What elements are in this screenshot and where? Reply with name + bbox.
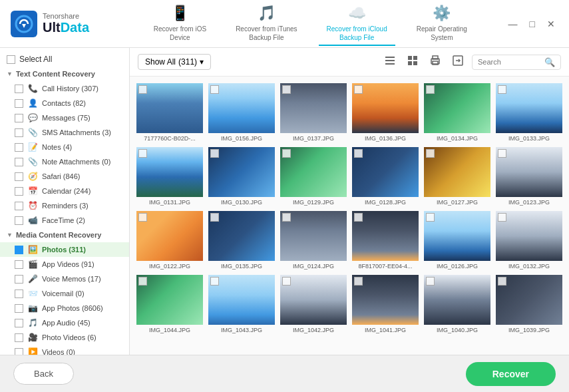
- sidebar-item-app-photos[interactable]: 📷 App Photos (8606): [0, 301, 129, 315]
- sidebar-item-reminders[interactable]: ⏰ Reminders (3): [0, 198, 129, 213]
- recover-button[interactable]: Recover: [466, 362, 556, 386]
- photo-checkbox[interactable]: [138, 213, 147, 222]
- sidebar-item-safari[interactable]: 🧭 Safari (846): [0, 169, 129, 184]
- list-item[interactable]: IMG_0126.JPG: [424, 211, 490, 270]
- facetime-checkbox[interactable]: [15, 216, 23, 225]
- tab-icloud[interactable]: ☁️ Recover from iCloudBackup File: [319, 2, 395, 46]
- photo-checkbox[interactable]: [282, 277, 291, 286]
- grid-view-button[interactable]: [404, 53, 421, 71]
- sidebar-item-note-attachments[interactable]: 📎 Note Attachments (0): [0, 154, 129, 169]
- photo-checkbox[interactable]: [498, 85, 506, 94]
- tab-repair[interactable]: ⚙️ Repair OperatingSystem: [409, 2, 475, 46]
- list-item[interactable]: IMG_0133.JPG: [496, 83, 562, 142]
- sidebar-item-notes[interactable]: 📝 Notes (4): [0, 140, 129, 154]
- sidebar-item-app-audio[interactable]: 🎵 App Audio (45): [0, 315, 129, 330]
- list-item[interactable]: IMG_0134.JPG: [424, 83, 490, 142]
- videos-checkbox[interactable]: [15, 348, 23, 355]
- photo-checkbox[interactable]: [210, 213, 219, 222]
- note-attachments-checkbox[interactable]: [15, 158, 23, 166]
- reminders-checkbox[interactable]: [15, 202, 23, 210]
- close-button[interactable]: ✕: [544, 17, 558, 31]
- sidebar-item-voice-memos[interactable]: 🎤 Voice Memos (17): [0, 272, 129, 286]
- list-item[interactable]: IMG_1043.JPG: [208, 275, 275, 333]
- photo-checkbox[interactable]: [498, 149, 506, 158]
- list-view-button[interactable]: [381, 53, 399, 71]
- list-item[interactable]: IMG_1041.JPG: [352, 275, 419, 333]
- photo-checkbox[interactable]: [210, 277, 219, 286]
- photos-checkbox[interactable]: [15, 246, 23, 254]
- list-item[interactable]: IMG_0128.JPG: [352, 147, 419, 206]
- list-item[interactable]: IMG_0129.JPG: [280, 147, 347, 206]
- sidebar-item-videos[interactable]: ▶️ Videos (0): [0, 345, 129, 355]
- list-item[interactable]: IMG_0135.JPG: [208, 211, 275, 270]
- sidebar-item-calendar[interactable]: 📅 Calendar (244): [0, 184, 129, 198]
- call-history-checkbox[interactable]: [15, 85, 23, 93]
- photo-checkbox[interactable]: [354, 277, 363, 286]
- section-text-recovery[interactable]: ▼ Text Content Recovery: [0, 67, 129, 81]
- sidebar-item-contacts[interactable]: 👤 Contacts (82): [0, 96, 129, 110]
- photo-checkbox[interactable]: [138, 277, 147, 286]
- sidebar-item-messages[interactable]: 💬 Messages (75): [0, 110, 129, 125]
- photo-checkbox[interactable]: [426, 213, 435, 222]
- photo-checkbox[interactable]: [282, 213, 291, 222]
- photo-checkbox[interactable]: [138, 149, 147, 158]
- list-item[interactable]: IMG_0130.JPG: [208, 147, 275, 206]
- back-button[interactable]: Back: [13, 363, 74, 385]
- sms-attachments-checkbox[interactable]: [15, 128, 23, 137]
- section-media-recovery[interactable]: ▼ Media Content Recovery: [0, 228, 129, 242]
- list-item[interactable]: IMG_1042.JPG: [280, 275, 347, 333]
- export-button[interactable]: [449, 53, 467, 71]
- photo-checkbox[interactable]: [354, 85, 363, 94]
- photo-checkbox[interactable]: [354, 149, 363, 158]
- search-input[interactable]: [478, 58, 544, 66]
- minimize-button[interactable]: —: [505, 17, 521, 31]
- select-all-item[interactable]: Select All: [0, 52, 129, 67]
- sidebar-item-photos[interactable]: 🖼️ Photos (311): [0, 242, 129, 257]
- safari-checkbox[interactable]: [15, 172, 23, 181]
- contacts-checkbox[interactable]: [15, 99, 23, 108]
- list-item[interactable]: IMG_1040.JPG: [424, 275, 490, 333]
- search-box[interactable]: 🔍: [472, 55, 561, 70]
- list-item[interactable]: IMG_0123.JPG: [496, 147, 562, 206]
- list-item[interactable]: IMG_0131.JPG: [136, 147, 203, 206]
- show-all-button[interactable]: Show All (311) ▾: [138, 54, 211, 70]
- list-item[interactable]: IMG_0136.JPG: [352, 83, 419, 142]
- app-photos-checkbox[interactable]: [15, 304, 23, 313]
- tab-ios[interactable]: 📱 Recover from iOSDevice: [146, 2, 214, 46]
- calendar-checkbox[interactable]: [15, 187, 23, 196]
- photo-checkbox[interactable]: [282, 85, 291, 94]
- sidebar-item-sms-attachments[interactable]: 📎 SMS Attachments (3): [0, 125, 129, 140]
- list-item[interactable]: 8F817007-EE04-4...: [352, 211, 419, 270]
- sidebar-item-call-history[interactable]: 📞 Call History (307): [0, 81, 129, 96]
- sidebar-item-app-videos[interactable]: 🎬 App Videos (91): [0, 257, 129, 272]
- photo-checkbox[interactable]: [138, 85, 147, 94]
- app-audio-checkbox[interactable]: [15, 319, 23, 327]
- list-item[interactable]: IMG_0122.JPG: [136, 211, 203, 270]
- list-item[interactable]: IMG_1044.JPG: [136, 275, 203, 333]
- photo-checkbox[interactable]: [498, 277, 506, 286]
- photo-checkbox[interactable]: [426, 277, 435, 286]
- list-item[interactable]: IMG_0156.JPG: [208, 83, 275, 142]
- sidebar-item-voicemail[interactable]: 📨 Voicemail (0): [0, 286, 129, 301]
- list-item[interactable]: IMG_0137.JPG: [280, 83, 347, 142]
- photo-checkbox[interactable]: [498, 213, 506, 222]
- select-all-checkbox[interactable]: [7, 55, 15, 64]
- app-videos-checkbox[interactable]: [15, 260, 23, 269]
- photo-checkbox[interactable]: [210, 149, 219, 158]
- list-item[interactable]: 7177760C-B02D-...: [136, 83, 203, 142]
- sidebar-item-facetime[interactable]: 📹 FaceTime (2): [0, 213, 129, 228]
- voice-memos-checkbox[interactable]: [15, 275, 23, 284]
- notes-checkbox[interactable]: [15, 143, 23, 152]
- list-item[interactable]: IMG_0127.JPG: [424, 147, 490, 206]
- list-item[interactable]: IMG_0132.JPG: [496, 211, 562, 270]
- photo-checkbox[interactable]: [426, 149, 435, 158]
- voicemail-checkbox[interactable]: [15, 290, 23, 298]
- maximize-button[interactable]: □: [526, 17, 538, 31]
- list-item[interactable]: IMG_0124.JPG: [280, 211, 347, 270]
- tab-itunes[interactable]: 🎵 Recover from iTunesBackup File: [228, 2, 305, 46]
- list-item[interactable]: IMG_1039.JPG: [496, 275, 562, 333]
- photo-checkbox[interactable]: [426, 85, 435, 94]
- photo-videos-checkbox[interactable]: [15, 333, 23, 342]
- messages-checkbox[interactable]: [15, 114, 23, 122]
- photo-checkbox[interactable]: [354, 213, 363, 222]
